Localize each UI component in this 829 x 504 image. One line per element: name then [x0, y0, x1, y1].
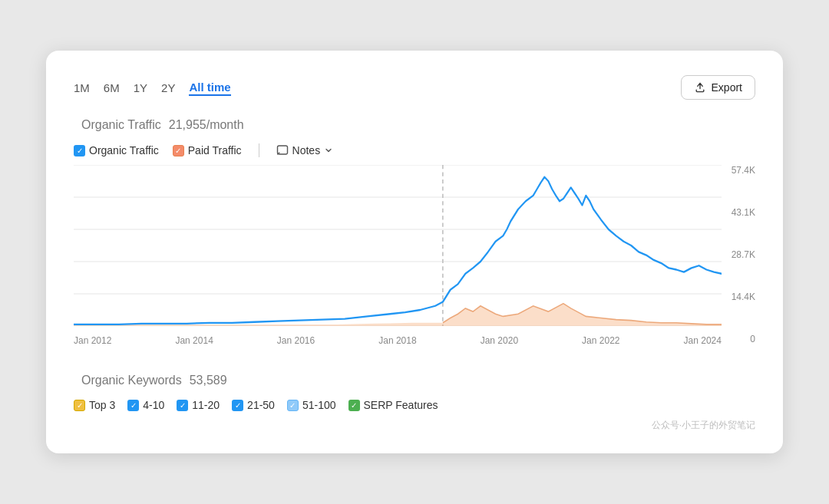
legend-paid-traffic: ✓ Paid Traffic	[173, 144, 242, 156]
r11to20-checkbox[interactable]: ✓	[177, 400, 188, 411]
legend-51-100: ✓ 51-100	[287, 399, 336, 411]
organic-keywords-title: Organic Keywords53,589	[74, 372, 755, 388]
notes-icon	[276, 144, 289, 156]
filter-6m[interactable]: 6M	[104, 80, 120, 96]
organic-traffic-title: Organic Traffic21,955/month	[74, 117, 755, 133]
legend-serp-features: ✓ SERP Features	[348, 399, 438, 411]
filter-2y[interactable]: 2Y	[161, 80, 175, 96]
chart-svg	[74, 165, 722, 326]
y-axis-labels: 57.4K 43.1K 28.7K 14.4K 0	[722, 165, 755, 366]
watermark: 公众号·小王子的外贸笔记	[74, 419, 755, 432]
export-icon	[694, 81, 706, 94]
legend-11-20: ✓ 11-20	[177, 399, 220, 411]
legend-top3: ✓ Top 3	[74, 399, 115, 411]
chevron-down-icon	[324, 146, 333, 155]
main-card: 1M 6M 1Y 2Y All time Export Organic Traf…	[46, 51, 783, 453]
serp-checkbox[interactable]: ✓	[348, 400, 360, 411]
legend-21-50: ✓ 21-50	[232, 399, 275, 411]
keywords-legend: ✓ Top 3 ✓ 4-10 ✓ 11-20 ✓ 21-50 ✓ 51-100 …	[74, 399, 755, 411]
r21to50-checkbox[interactable]: ✓	[232, 400, 243, 411]
legend-organic-traffic: ✓ Organic Traffic	[74, 144, 159, 156]
top3-checkbox[interactable]: ✓	[74, 400, 85, 411]
chart-legend: ✓ Organic Traffic ✓ Paid Traffic Notes	[74, 143, 755, 157]
organic-traffic-checkbox[interactable]: ✓	[74, 145, 85, 156]
time-filters: 1M 6M 1Y 2Y All time	[74, 79, 231, 96]
r4to10-checkbox[interactable]: ✓	[127, 400, 139, 411]
top-bar: 1M 6M 1Y 2Y All time Export	[74, 75, 755, 100]
filter-all-time[interactable]: All time	[189, 79, 230, 96]
chart-area	[74, 165, 722, 326]
r51to100-checkbox[interactable]: ✓	[287, 400, 299, 411]
filter-1y[interactable]: 1Y	[134, 80, 147, 96]
filter-1m[interactable]: 1M	[74, 80, 90, 96]
notes-button[interactable]: Notes	[276, 144, 334, 156]
legend-4-10: ✓ 4-10	[127, 399, 164, 411]
export-button[interactable]: Export	[681, 75, 755, 100]
x-axis-labels: Jan 2012 Jan 2014 Jan 2016 Jan 2018 Jan …	[74, 332, 722, 346]
chart-container: Jan 2012 Jan 2014 Jan 2016 Jan 2018 Jan …	[74, 165, 755, 366]
organic-keywords-section: Organic Keywords53,589 ✓ Top 3 ✓ 4-10 ✓ …	[74, 372, 755, 411]
legend-divider	[259, 143, 259, 157]
paid-traffic-checkbox[interactable]: ✓	[173, 145, 184, 156]
